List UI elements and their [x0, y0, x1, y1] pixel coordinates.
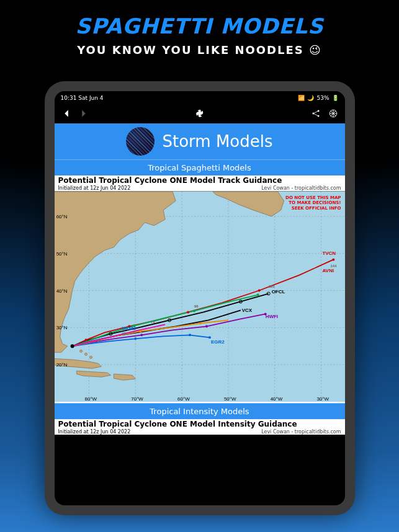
svg-text:20°N: 20°N	[56, 362, 67, 368]
battery-pct: 53%	[316, 95, 329, 101]
intensity-title: Potential Tropical Cyclone ONE Model Int…	[55, 419, 345, 429]
back-button[interactable]	[62, 109, 71, 120]
intensity-credit: Levi Cowan - tropicaltidbits.com	[261, 429, 341, 435]
status-time: 10:31	[61, 95, 77, 101]
status-bar: 10:31 Sat Jun 4 📶 🌙 53% 🔋	[55, 91, 345, 105]
svg-text:OFCL: OFCL	[271, 290, 285, 295]
intensity-guidance-panel: Potential Tropical Cyclone ONE Model Int…	[55, 419, 345, 435]
svg-point-33	[187, 311, 189, 313]
app-title: Storm Models	[162, 132, 272, 151]
svg-text:72: 72	[151, 320, 155, 324]
track-subtitle: Initialized at 12z Jun 04 2022 Levi Cowa…	[55, 185, 345, 191]
svg-point-31	[84, 339, 87, 341]
svg-point-43	[134, 337, 137, 340]
svg-text:60°W: 60°W	[177, 396, 190, 402]
map-svg: 60°N 50°N 40°N 30°N 20°N 80°W 70°W 60°W …	[55, 192, 345, 402]
svg-point-17	[84, 353, 87, 355]
svg-text:30°W: 30°W	[316, 396, 329, 402]
svg-text:40°N: 40°N	[56, 288, 67, 294]
svg-text:UKM2: UKM2	[122, 326, 136, 331]
svg-text:HWFI: HWFI	[265, 314, 277, 319]
svg-point-40	[140, 334, 143, 336]
svg-text:48: 48	[122, 332, 126, 335]
svg-point-41	[205, 325, 207, 327]
svg-point-47	[199, 322, 202, 324]
section-spaghetti-header: Tropical Spaghetti Models	[55, 159, 345, 175]
svg-point-2	[317, 115, 319, 117]
svg-text:TVCN: TVCN	[322, 250, 336, 256]
moon-icon: 🌙	[307, 95, 314, 101]
svg-point-46	[139, 330, 141, 332]
track-credit: Levi Cowan - tropicaltidbits.com	[261, 185, 341, 191]
svg-text:50°W: 50°W	[223, 396, 236, 402]
content: Tropical Spaghetti Models Potential Trop…	[55, 159, 345, 505]
svg-point-30	[70, 344, 74, 348]
ipad-frame: 10:31 Sat Jun 4 📶 🌙 53% 🔋	[45, 81, 355, 515]
forward-button[interactable]	[79, 109, 88, 120]
status-date: Sat Jun 4	[78, 95, 103, 101]
svg-text:70°W: 70°W	[131, 396, 143, 402]
svg-point-18	[89, 356, 92, 358]
svg-point-1	[317, 110, 319, 112]
intensity-subtitle: Initialized at 12z Jun 04 2022 Levi Cowa…	[55, 429, 345, 435]
map-warning: DO NOT USE THIS MAP TO MAKE DECISIONS! S…	[285, 195, 341, 211]
svg-point-50	[256, 294, 259, 296]
hero-title: SPAGHETTI MODELS	[0, 14, 399, 38]
svg-point-49	[193, 309, 195, 312]
section-intensity-header: Tropical Intensity Models	[55, 403, 345, 419]
battery-icon: 🔋	[332, 95, 339, 101]
svg-text:80°W: 80°W	[84, 396, 97, 402]
svg-text:EGR2: EGR2	[210, 339, 224, 345]
svg-text:AVNI: AVNI	[322, 268, 333, 273]
svg-point-16	[79, 350, 82, 352]
status-left: 10:31 Sat Jun 4	[61, 95, 104, 101]
nav-bar	[55, 105, 345, 123]
settings-button[interactable]	[329, 109, 338, 120]
svg-text:96: 96	[194, 304, 199, 308]
svg-text:120: 120	[268, 285, 275, 288]
intensity-init: Initialized at 12z Jun 04 2022	[58, 429, 131, 435]
svg-text:144: 144	[330, 264, 337, 268]
svg-text:60°N: 60°N	[56, 214, 67, 219]
status-right: 📶 🌙 53% 🔋	[298, 95, 338, 101]
svg-point-35	[332, 259, 334, 261]
track-guidance-panel: Potential Tropical Cyclone ONE Model Tra…	[55, 175, 345, 402]
app-header: Storm Models	[55, 123, 345, 159]
hero-subtitle: YOU KNOW YOU LIKE NOODLES 😉	[0, 43, 399, 56]
track-title: Potential Tropical Cyclone ONE Model Tra…	[55, 175, 345, 185]
hurricane-icon	[195, 109, 204, 120]
svg-text:30°N: 30°N	[56, 325, 67, 330]
svg-point-44	[189, 334, 191, 336]
svg-text:VCX: VCX	[241, 308, 252, 313]
spaghetti-map[interactable]: DO NOT USE THIS MAP TO MAKE DECISIONS! S…	[55, 191, 345, 402]
svg-point-0	[312, 112, 314, 114]
promo-hero: SPAGHETTI MODELS YOU KNOW YOU LIKE NOODL…	[0, 0, 399, 63]
screen: 10:31 Sat Jun 4 📶 🌙 53% 🔋	[55, 91, 345, 505]
svg-point-34	[258, 290, 260, 292]
track-init: Initialized at 12z Jun 04 2022	[58, 185, 131, 191]
svg-text:24: 24	[97, 339, 101, 342]
share-button[interactable]	[312, 109, 320, 120]
svg-text:40°W: 40°W	[270, 396, 282, 402]
wifi-icon: 📶	[298, 95, 305, 101]
svg-text:50°N: 50°N	[56, 251, 67, 257]
svg-point-45	[208, 336, 210, 339]
app-logo-icon	[126, 127, 155, 156]
